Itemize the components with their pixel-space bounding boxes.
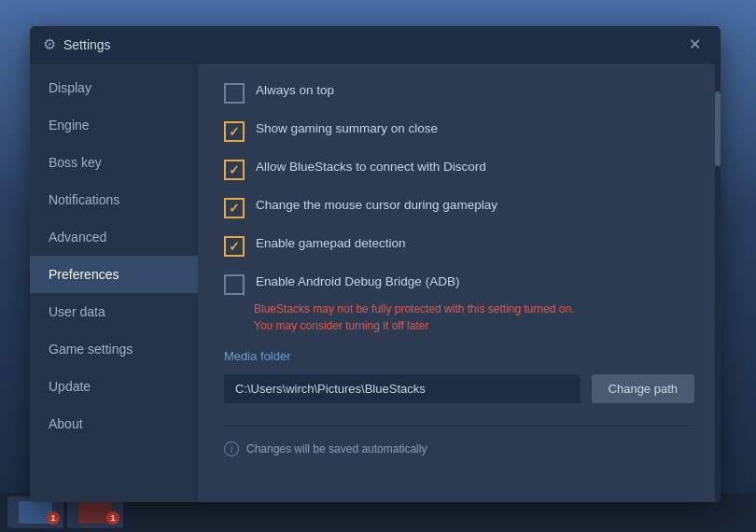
option-enable-adb: Enable Android Debug Bridge (ADB) <box>224 273 694 295</box>
option-always-on-top: Always on top <box>224 82 694 104</box>
adb-warning-line2: You may consider turning it off later <box>254 317 694 334</box>
footer-note-text: Changes will be saved automatically <box>246 442 427 455</box>
sidebar-item-about[interactable]: About <box>30 405 198 442</box>
close-button[interactable]: ✕ <box>681 32 707 58</box>
checkbox-allow-discord[interactable] <box>224 160 245 180</box>
label-show-gaming-summary: Show gaming summary on close <box>256 120 438 138</box>
scrollbar-track[interactable] <box>715 63 721 502</box>
label-enable-adb: Enable Android Debug Bridge (ADB) <box>256 273 459 291</box>
option-show-gaming-summary: Show gaming summary on close <box>224 120 694 142</box>
option-allow-discord: Allow BlueStacks to connect with Discord <box>224 159 694 180</box>
checkbox-show-gaming-summary[interactable] <box>224 121 245 142</box>
label-allow-discord: Allow BlueStacks to connect with Discord <box>256 159 486 176</box>
sidebar-item-advanced[interactable]: Advanced <box>30 218 198 256</box>
gear-icon: ⚙ <box>43 35 56 53</box>
sidebar-item-boss-key[interactable]: Boss key <box>30 144 198 181</box>
change-path-button[interactable]: Change path <box>592 374 694 403</box>
adb-warning-line1: BlueStacks may not be fully protected wi… <box>254 301 694 317</box>
label-change-cursor: Change the mouse cursor during gameplay <box>256 197 497 215</box>
titlebar: ⚙ Settings ✕ <box>30 26 721 63</box>
scrollbar-thumb[interactable] <box>715 91 721 166</box>
label-always-on-top: Always on top <box>256 82 334 100</box>
sidebar-item-engine[interactable]: Engine <box>30 106 198 144</box>
sidebar-item-game-settings[interactable]: Game settings <box>30 330 198 368</box>
option-change-cursor: Change the mouse cursor during gameplay <box>224 197 694 218</box>
folder-path: C:\Users\wirch\Pictures\BlueStacks <box>224 374 581 403</box>
label-enable-gamepad: Enable gamepad detection <box>256 235 406 253</box>
info-icon: i <box>224 441 239 456</box>
sidebar-item-display[interactable]: Display <box>30 69 198 106</box>
sidebar-item-user-data[interactable]: User data <box>30 293 198 330</box>
checkbox-always-on-top[interactable] <box>224 83 245 104</box>
checkbox-change-cursor[interactable] <box>224 198 245 218</box>
media-folder-title: Media folder <box>224 349 694 363</box>
sidebar: Display Engine Boss key Notifications Ad… <box>30 63 198 502</box>
sidebar-item-preferences[interactable]: Preferences <box>30 256 198 293</box>
footer-note: i Changes will be saved automatically <box>224 426 694 456</box>
preferences-content: Always on top Show gaming summary on clo… <box>198 63 721 502</box>
sidebar-item-notifications[interactable]: Notifications <box>30 181 198 218</box>
dialog-title: Settings <box>63 37 681 52</box>
settings-dialog: ⚙ Settings ✕ Display Engine Boss key Not… <box>30 26 721 502</box>
media-folder-row: C:\Users\wirch\Pictures\BlueStacks Chang… <box>224 374 694 403</box>
sidebar-item-update[interactable]: Update <box>30 368 198 405</box>
dialog-body: Display Engine Boss key Notifications Ad… <box>30 63 721 502</box>
option-enable-gamepad: Enable gamepad detection <box>224 235 694 257</box>
adb-warning: BlueStacks may not be fully protected wi… <box>254 301 694 334</box>
checkbox-enable-gamepad[interactable] <box>224 236 245 257</box>
checkbox-enable-adb[interactable] <box>224 274 245 295</box>
